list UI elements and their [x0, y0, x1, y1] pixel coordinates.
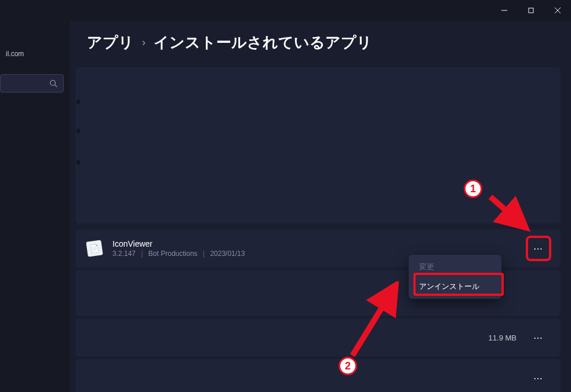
- app-row-placeholder-3[interactable]: ⋯: [75, 359, 561, 392]
- annotation-arrow-1: [486, 192, 532, 233]
- sidebar: il.com: [0, 21, 70, 392]
- window-titlebar: [0, 0, 571, 21]
- search-icon: [49, 79, 57, 87]
- app-row-placeholder-2[interactable]: 11.9 MB ⋯: [75, 318, 561, 357]
- breadcrumb: アプリ › インストールされているアプリ: [0, 21, 571, 69]
- svg-line-5: [55, 85, 57, 87]
- menu-item-modify: 変更: [411, 257, 499, 277]
- annotation-step-1: 1: [464, 179, 482, 198]
- app-version: 3.2.147: [112, 250, 136, 258]
- annotation-arrow-2: [342, 281, 406, 362]
- breadcrumb-current: インストールされているアプリ: [154, 32, 372, 53]
- app-install-date: 2023/01/13: [210, 250, 245, 258]
- divider-mark: [77, 129, 80, 133]
- more-options-button[interactable]: ⋯: [528, 238, 549, 259]
- more-options-button[interactable]: ⋯: [528, 327, 549, 348]
- divider-mark: [77, 100, 80, 104]
- app-icon: 📄: [86, 240, 103, 257]
- breadcrumb-root[interactable]: アプリ: [87, 32, 134, 53]
- search-input[interactable]: [0, 74, 64, 93]
- more-horizontal-icon: ⋯: [533, 373, 544, 384]
- svg-rect-1: [529, 8, 533, 13]
- close-button[interactable]: [544, 0, 571, 21]
- svg-line-7: [490, 197, 522, 224]
- svg-line-9: [352, 290, 393, 356]
- more-horizontal-icon: ⋯: [533, 332, 544, 343]
- app-name: IconViewer: [112, 239, 528, 248]
- svg-point-4: [50, 80, 56, 86]
- chevron-right-icon: ›: [142, 36, 146, 49]
- app-publisher: Bot Productions: [148, 250, 198, 258]
- maximize-button[interactable]: [518, 0, 544, 21]
- context-menu: 変更 アンインストール: [409, 255, 501, 299]
- account-email-fragment: il.com: [0, 50, 70, 58]
- app-size: 11.9 MB: [489, 334, 517, 342]
- minimize-button[interactable]: [491, 0, 518, 21]
- more-options-button[interactable]: ⋯: [528, 368, 549, 389]
- divider-mark: [77, 160, 80, 164]
- menu-item-uninstall[interactable]: アンインストール: [411, 277, 499, 296]
- annotation-step-2: 2: [339, 357, 357, 375]
- more-horizontal-icon: ⋯: [533, 243, 544, 254]
